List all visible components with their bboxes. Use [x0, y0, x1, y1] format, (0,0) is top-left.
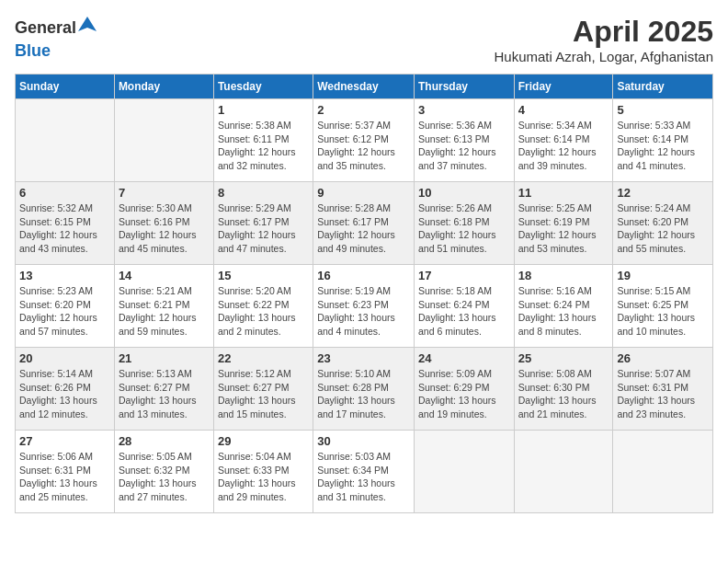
day-number: 21 [119, 351, 210, 365]
calendar-cell: 18Sunrise: 5:16 AMSunset: 6:24 PMDayligh… [514, 265, 613, 348]
calendar-cell: 29Sunrise: 5:04 AMSunset: 6:33 PMDayligh… [213, 431, 313, 513]
day-info: Sunrise: 5:26 AMSunset: 6:18 PMDaylight:… [418, 201, 510, 256]
day-number: 15 [218, 269, 309, 282]
day-info: Sunrise: 5:33 AMSunset: 6:14 PMDaylight:… [617, 119, 709, 173]
day-number: 4 [518, 103, 609, 117]
day-info: Sunrise: 5:06 AMSunset: 6:31 PMDaylight:… [19, 450, 110, 504]
calendar-cell: 26Sunrise: 5:07 AMSunset: 6:31 PMDayligh… [613, 348, 713, 431]
day-number: 14 [119, 269, 210, 282]
day-number: 20 [19, 351, 110, 365]
day-number: 25 [518, 351, 609, 365]
calendar-cell [613, 431, 713, 513]
calendar-cell: 25Sunrise: 5:08 AMSunset: 6:30 PMDayligh… [514, 348, 613, 431]
calendar-cell: 28Sunrise: 5:05 AMSunset: 6:32 PMDayligh… [114, 431, 213, 513]
logo-general: General [15, 15, 97, 42]
day-info: Sunrise: 5:08 AMSunset: 6:30 PMDaylight:… [518, 367, 609, 421]
day-info: Sunrise: 5:28 AMSunset: 6:17 PMDaylight:… [317, 201, 410, 256]
day-number: 23 [317, 351, 410, 365]
calendar-cell: 13Sunrise: 5:23 AMSunset: 6:20 PMDayligh… [16, 265, 115, 348]
logo-bird-icon [78, 15, 97, 42]
day-info: Sunrise: 5:09 AMSunset: 6:29 PMDaylight:… [418, 367, 510, 421]
calendar-cell: 10Sunrise: 5:26 AMSunset: 6:18 PMDayligh… [414, 182, 514, 265]
day-info: Sunrise: 5:19 AMSunset: 6:23 PMDaylight:… [317, 284, 410, 339]
day-info: Sunrise: 5:29 AMSunset: 6:17 PMDaylight:… [218, 201, 309, 256]
page-header: General Blue April 2025 Hukumati Azrah, … [15, 15, 713, 64]
logo-blue: Blue [15, 42, 97, 61]
day-number: 29 [218, 434, 309, 448]
calendar-cell [514, 431, 613, 513]
day-number: 6 [19, 186, 110, 200]
day-info: Sunrise: 5:04 AMSunset: 6:33 PMDaylight:… [218, 450, 309, 504]
day-number: 10 [418, 186, 510, 200]
day-info: Sunrise: 5:25 AMSunset: 6:19 PMDaylight:… [518, 201, 609, 256]
calendar-cell: 4Sunrise: 5:34 AMSunset: 6:14 PMDaylight… [514, 99, 613, 182]
calendar-cell: 27Sunrise: 5:06 AMSunset: 6:31 PMDayligh… [16, 431, 115, 513]
day-info: Sunrise: 5:05 AMSunset: 6:32 PMDaylight:… [119, 450, 210, 504]
location-title: Hukumati Azrah, Logar, Afghanistan [495, 49, 713, 64]
day-info: Sunrise: 5:37 AMSunset: 6:12 PMDaylight:… [317, 119, 410, 173]
day-number: 9 [317, 186, 410, 200]
day-number: 11 [518, 186, 609, 200]
day-number: 24 [418, 351, 510, 365]
month-title: April 2025 [495, 15, 713, 49]
calendar-cell: 12Sunrise: 5:24 AMSunset: 6:20 PMDayligh… [613, 182, 713, 265]
calendar-cell: 7Sunrise: 5:30 AMSunset: 6:16 PMDaylight… [114, 182, 213, 265]
day-number: 1 [218, 103, 309, 117]
day-number: 19 [617, 269, 709, 282]
day-info: Sunrise: 5:14 AMSunset: 6:26 PMDaylight:… [19, 367, 110, 421]
day-info: Sunrise: 5:30 AMSunset: 6:16 PMDaylight:… [119, 201, 210, 256]
day-number: 26 [617, 351, 709, 365]
logo: General Blue [15, 15, 97, 61]
calendar-cell: 3Sunrise: 5:36 AMSunset: 6:13 PMDaylight… [414, 99, 514, 182]
calendar-cell: 21Sunrise: 5:13 AMSunset: 6:27 PMDayligh… [114, 348, 213, 431]
day-info: Sunrise: 5:32 AMSunset: 6:15 PMDaylight:… [19, 201, 110, 256]
column-header-monday: Monday [114, 75, 213, 99]
day-info: Sunrise: 5:13 AMSunset: 6:27 PMDaylight:… [119, 367, 210, 421]
calendar-table: SundayMondayTuesdayWednesdayThursdayFrid… [15, 74, 713, 513]
column-header-wednesday: Wednesday [313, 75, 415, 99]
day-info: Sunrise: 5:07 AMSunset: 6:31 PMDaylight:… [617, 367, 709, 421]
calendar-cell: 14Sunrise: 5:21 AMSunset: 6:21 PMDayligh… [114, 265, 213, 348]
svg-marker-0 [78, 17, 97, 31]
column-header-thursday: Thursday [414, 75, 514, 99]
day-number: 3 [418, 103, 510, 117]
day-number: 27 [19, 434, 110, 448]
day-info: Sunrise: 5:23 AMSunset: 6:20 PMDaylight:… [19, 284, 110, 339]
calendar-cell: 22Sunrise: 5:12 AMSunset: 6:27 PMDayligh… [213, 348, 313, 431]
day-info: Sunrise: 5:03 AMSunset: 6:34 PMDaylight:… [317, 450, 410, 504]
day-info: Sunrise: 5:34 AMSunset: 6:14 PMDaylight:… [518, 119, 609, 173]
calendar-cell: 17Sunrise: 5:18 AMSunset: 6:24 PMDayligh… [414, 265, 514, 348]
calendar-week-row: 1Sunrise: 5:38 AMSunset: 6:11 PMDaylight… [16, 99, 713, 182]
column-header-saturday: Saturday [613, 75, 713, 99]
day-info: Sunrise: 5:38 AMSunset: 6:11 PMDaylight:… [218, 119, 309, 173]
day-info: Sunrise: 5:21 AMSunset: 6:21 PMDaylight:… [119, 284, 210, 339]
day-info: Sunrise: 5:18 AMSunset: 6:24 PMDaylight:… [418, 284, 510, 339]
calendar-cell: 19Sunrise: 5:15 AMSunset: 6:25 PMDayligh… [613, 265, 713, 348]
calendar-cell: 2Sunrise: 5:37 AMSunset: 6:12 PMDaylight… [313, 99, 415, 182]
calendar-cell: 5Sunrise: 5:33 AMSunset: 6:14 PMDaylight… [613, 99, 713, 182]
day-info: Sunrise: 5:10 AMSunset: 6:28 PMDaylight:… [317, 367, 410, 421]
calendar-cell [114, 99, 213, 182]
calendar-cell: 9Sunrise: 5:28 AMSunset: 6:17 PMDaylight… [313, 182, 415, 265]
logo-text: General Blue [15, 15, 97, 61]
column-header-friday: Friday [514, 75, 613, 99]
title-block: April 2025 Hukumati Azrah, Logar, Afghan… [495, 15, 713, 64]
day-number: 22 [218, 351, 309, 365]
calendar-cell: 24Sunrise: 5:09 AMSunset: 6:29 PMDayligh… [414, 348, 514, 431]
day-number: 8 [218, 186, 309, 200]
day-number: 18 [518, 269, 609, 282]
calendar-week-row: 27Sunrise: 5:06 AMSunset: 6:31 PMDayligh… [16, 431, 713, 513]
calendar-week-row: 6Sunrise: 5:32 AMSunset: 6:15 PMDaylight… [16, 182, 713, 265]
day-number: 17 [418, 269, 510, 282]
day-number: 2 [317, 103, 410, 117]
calendar-cell: 15Sunrise: 5:20 AMSunset: 6:22 PMDayligh… [213, 265, 313, 348]
calendar-cell [414, 431, 514, 513]
calendar-cell: 8Sunrise: 5:29 AMSunset: 6:17 PMDaylight… [213, 182, 313, 265]
day-number: 13 [19, 269, 110, 282]
calendar-cell: 6Sunrise: 5:32 AMSunset: 6:15 PMDaylight… [16, 182, 115, 265]
day-info: Sunrise: 5:20 AMSunset: 6:22 PMDaylight:… [218, 284, 309, 339]
calendar-cell: 11Sunrise: 5:25 AMSunset: 6:19 PMDayligh… [514, 182, 613, 265]
calendar-cell [16, 99, 115, 182]
day-info: Sunrise: 5:16 AMSunset: 6:24 PMDaylight:… [518, 284, 609, 339]
calendar-cell: 23Sunrise: 5:10 AMSunset: 6:28 PMDayligh… [313, 348, 415, 431]
